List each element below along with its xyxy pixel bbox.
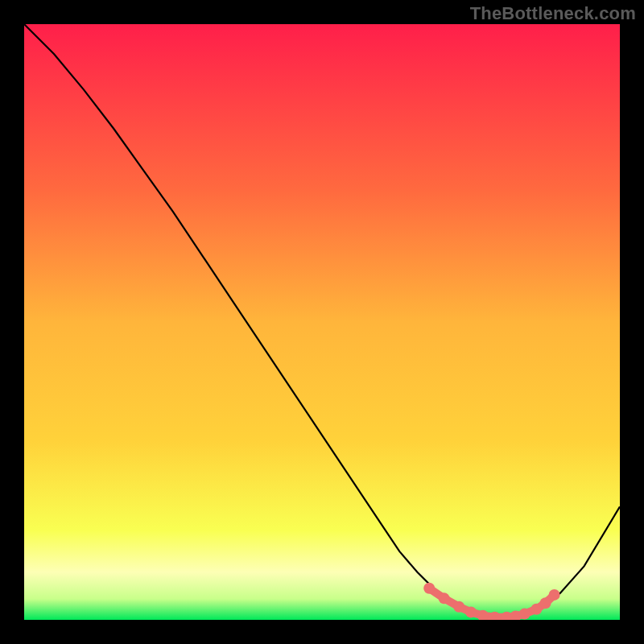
marker-dot [453, 601, 464, 613]
marker-dot [423, 583, 435, 594]
gradient-background [24, 24, 620, 620]
marker-dot [540, 597, 551, 609]
marker-dot [465, 606, 477, 617]
plot-area [24, 24, 620, 620]
marker-dot [519, 609, 530, 620]
chart-svg [24, 24, 620, 620]
marker-dot [439, 592, 450, 604]
marker-dot [549, 589, 560, 601]
chart-frame: TheBottleneck.com [0, 0, 644, 644]
watermark-text: TheBottleneck.com [470, 3, 636, 24]
